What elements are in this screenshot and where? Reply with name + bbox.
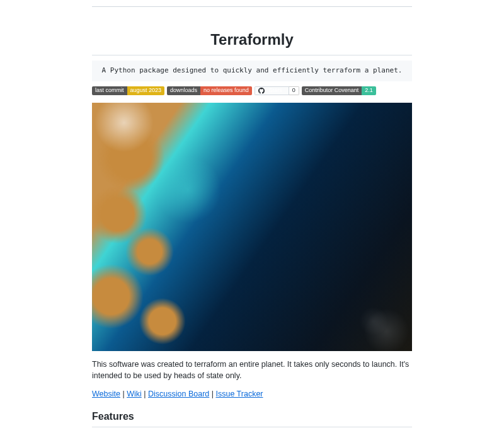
badge-value: august 2023	[127, 86, 165, 95]
badge-row: last commit august 2023 downloads no rel…	[92, 86, 412, 95]
page-title: Terraformly	[92, 28, 412, 55]
link-discussion[interactable]: Discussion Board	[148, 390, 209, 398]
hero-image	[92, 103, 412, 351]
badge-value: 2.1	[362, 86, 376, 95]
description: This software was created to terraform a…	[92, 359, 412, 383]
tagline: A Python package designed to quickly and…	[92, 61, 412, 81]
badge-label: last commit	[92, 86, 127, 95]
badge-value: no releases found	[200, 86, 252, 95]
top-divider	[92, 6, 412, 7]
badge-value: 0	[289, 86, 299, 95]
badge-last-commit[interactable]: last commit august 2023	[92, 86, 164, 95]
features-heading: Features	[92, 409, 412, 427]
badge-label: downloads	[167, 86, 200, 95]
github-icon	[258, 88, 265, 94]
link-issues[interactable]: Issue Tracker	[215, 390, 263, 398]
badge-label: Contributor Covenant	[302, 86, 362, 95]
link-wiki[interactable]: Wiki	[127, 390, 142, 398]
badge-contributor-covenant[interactable]: Contributor Covenant 2.1	[302, 86, 376, 95]
badge-stars[interactable]: Stars 0	[255, 86, 299, 95]
link-website[interactable]: Website	[92, 390, 120, 398]
badge-downloads[interactable]: downloads no releases found	[167, 86, 252, 95]
badge-label: Stars	[255, 86, 289, 95]
links-row: Website | Wiki | Discussion Board | Issu…	[92, 388, 412, 400]
separator: |	[144, 390, 148, 398]
